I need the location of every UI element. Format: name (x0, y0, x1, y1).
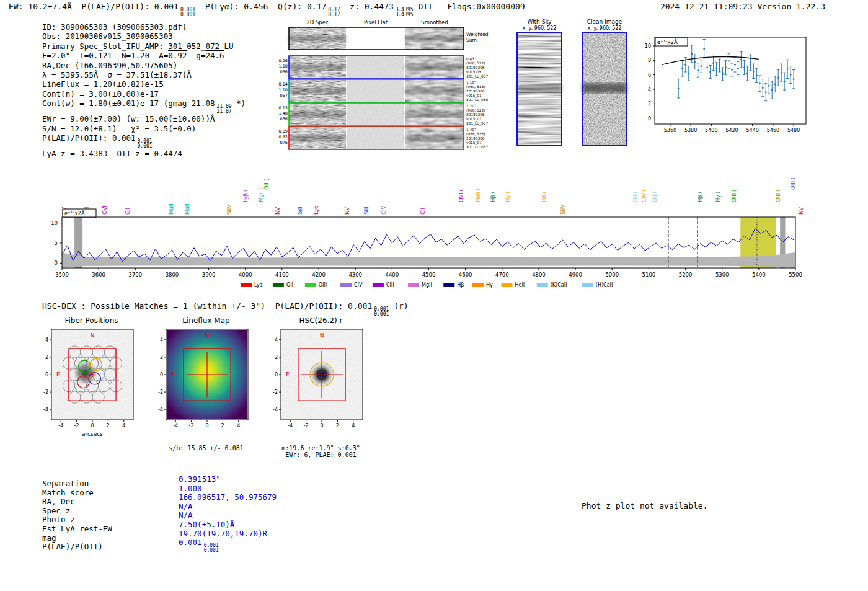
svg-text:arcsecs: arcsecs (82, 431, 103, 437)
svg-text:4: 4 (275, 337, 278, 343)
svg-text:5480: 5480 (787, 128, 800, 133)
svg-text:(958, 336): (958, 336) (466, 132, 485, 136)
svg-text:NV: NV (344, 207, 350, 215)
svg-text:-4: -4 (273, 407, 278, 412)
svg-text:5440: 5440 (746, 128, 759, 133)
svg-text:5360: 5360 (664, 128, 676, 133)
svg-text:3800: 3800 (166, 272, 179, 278)
timestamp-version: 2024-12-21 11:09:23 Version 1.22.3 (660, 2, 825, 11)
svg-text:CII: CII (125, 208, 131, 215)
svg-text:2: 2 (160, 355, 163, 360)
svg-text:Hγ: Hγ (486, 282, 493, 288)
svg-text:E: E (171, 371, 175, 378)
info-line: Obs: 20190306v015_3090065303 (42, 32, 246, 41)
report-summary-line: EW: 10.2±7.4Å P(LAE)/P(OII): 0.0010.0010… (9, 2, 525, 17)
svg-text:20190306: 20190306 (466, 66, 485, 69)
svg-text:MgII: MgII (422, 282, 432, 288)
match-table-row: P(LAE)/P(OII)0.0010.0010.001 (42, 542, 277, 551)
svg-text:0: 0 (648, 116, 651, 122)
svg-text:CIII: CIII (386, 282, 394, 288)
svg-text:Weighted: Weighted (466, 32, 489, 37)
svg-text:N: N (91, 332, 95, 339)
svg-text:SiII: SiII (363, 207, 370, 215)
svg-text:CII: CII (420, 208, 426, 215)
svg-text:OVI: OVI (102, 205, 108, 215)
svg-text:5100: 5100 (642, 272, 656, 278)
svg-text:-2: -2 (304, 423, 309, 429)
svg-text:N: N (205, 332, 210, 339)
svg-text:HeII: HeII (515, 282, 525, 288)
svg-text:4400: 4400 (386, 272, 399, 278)
svg-text:4: 4 (648, 87, 651, 92)
info-line: S/N = 12.0(±8.1) χ² = 3.5(±0.0) (42, 124, 246, 133)
svg-text:4: 4 (352, 423, 355, 429)
svg-text:5200: 5200 (679, 272, 693, 278)
hsc-r-image: -4-4-2-2002244NE (264, 327, 378, 442)
svg-text:2: 2 (336, 423, 339, 429)
lineflux-map-panel: Lineflux Map -4-4-2-2002244NE s/b: 15.85… (149, 316, 264, 451)
svg-text:0: 0 (205, 423, 208, 429)
svg-text:E: E (286, 371, 290, 378)
svg-text:4: 4 (122, 423, 125, 429)
svg-text:5380: 5380 (684, 128, 697, 133)
svg-text:2D Spec: 2D Spec (306, 19, 329, 25)
svg-text:SiIV: SiIV (560, 205, 566, 215)
svg-text:5460: 5460 (767, 128, 779, 133)
svg-text:v015_01: v015_01 (466, 94, 482, 98)
svg-text:OII (: OII ( (652, 191, 658, 202)
sky-image-panels: With Skyx, y: 960, 522Clean Imagex, y: 9… (507, 17, 631, 151)
svg-text:4200: 4200 (312, 272, 326, 278)
svg-text:301_LU_037: 301_LU_037 (466, 145, 488, 149)
svg-text:-2: -2 (189, 423, 194, 429)
svg-text:5000: 5000 (605, 272, 619, 278)
fiber-positions-title: Fiber Positions (34, 316, 149, 327)
svg-text:4100: 4100 (275, 272, 289, 278)
svg-text:-4: -4 (288, 423, 293, 429)
spec2d-cutouts: 2D SpecPixel FlatSmoothedWeightedSum0.26… (273, 17, 491, 160)
svg-text:6: 6 (648, 73, 651, 78)
svg-text:v015_07: v015_07 (466, 117, 482, 122)
svg-text:CIV: CIV (354, 282, 363, 288)
svg-text:v015_07: v015_07 (466, 141, 482, 145)
svg-text:Hγ (: Hγ ( (505, 192, 511, 202)
svg-text:0.92: 0.92 (279, 135, 288, 140)
svg-text:0: 0 (55, 260, 58, 266)
svg-text:(960, 522): (960, 522) (466, 109, 485, 112)
svg-text:OII (: OII ( (264, 179, 270, 190)
svg-text:4: 4 (237, 423, 240, 429)
svg-text:1.10: 1.10 (279, 64, 288, 69)
info-line: RA,Dec (166.096390,50.975605) (42, 61, 246, 70)
info-line: Cont(w) = 1.80(±0.01)e-17 (gmag 21.0821.… (42, 99, 246, 114)
svg-text:(K)CaII: (K)CaII (551, 282, 567, 288)
svg-text:OIII (: OIII ( (790, 177, 796, 190)
match-table-row: Separation0.391513" (42, 479, 277, 488)
lineflux-map-title: Lineflux Map (149, 316, 264, 327)
svg-text:E: E (56, 371, 60, 378)
svg-text:1.40": 1.40" (466, 128, 476, 131)
svg-text:e⁻¹⁷x2Å: e⁻¹⁷x2Å (64, 210, 85, 216)
svg-text:-4: -4 (158, 407, 163, 412)
svg-text:3600: 3600 (92, 272, 105, 278)
svg-text:056: 056 (280, 69, 288, 74)
svg-text:1.20": 1.20" (466, 104, 476, 108)
svg-text:4300: 4300 (348, 272, 362, 278)
svg-text:OIII: OIII (319, 282, 327, 288)
match-table-row: mag19.70(19.70,19.70)R (42, 533, 277, 543)
svg-text:4: 4 (45, 337, 48, 343)
svg-text:0: 0 (160, 372, 163, 378)
svg-text:20190306: 20190306 (466, 136, 485, 140)
fiber-positions-panel: Fiber Positions -4-4-2-2002244NEarcsecs (34, 316, 149, 445)
svg-text:Hβ: Hβ (457, 282, 464, 288)
svg-text:-4: -4 (58, 423, 63, 429)
svg-text:SiII: SiII (297, 207, 303, 215)
lineflux-map-image: -4-4-2-2002244NE (149, 327, 264, 442)
svg-text:076: 076 (280, 140, 288, 145)
svg-text:5: 5 (55, 240, 58, 246)
hsc-r-title: HSC(26.2) r (264, 316, 378, 327)
info-line: Cont(n) = 3.00(±0.00)e-17 (42, 89, 246, 99)
svg-text:OII: OII (286, 282, 293, 288)
hsc-r-panel: HSC(26.2) r -4-4-2-2002244NE m:19.6 re:1… (264, 316, 378, 458)
svg-text:-4: -4 (173, 423, 178, 429)
svg-text:8: 8 (648, 58, 651, 63)
lineflux-caption: s/b: 15.85 +/- 0.081 (149, 445, 264, 451)
